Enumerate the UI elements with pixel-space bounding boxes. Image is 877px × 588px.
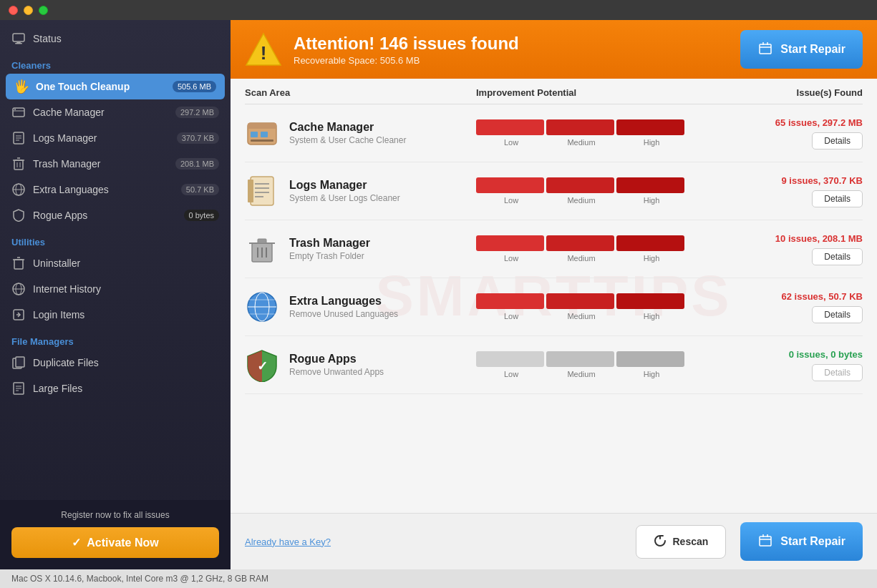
monitor-icon bbox=[11, 31, 26, 46]
trash-bar-low bbox=[476, 235, 544, 251]
col-improvement: Improvement Potential bbox=[476, 87, 705, 98]
sidebar-item-large-label: Large Files bbox=[33, 383, 219, 394]
trash-row-icon bbox=[245, 232, 279, 266]
sidebar-item-uninstaller[interactable]: Uninstaller bbox=[0, 250, 231, 276]
start-repair-button-bottom[interactable]: Start Repair bbox=[740, 522, 863, 561]
sidebar-item-languages-label: Extra Languages bbox=[33, 184, 174, 195]
trash-bar-med bbox=[546, 235, 614, 251]
languages-label-high: High bbox=[616, 312, 687, 320]
languages-issues-text: 62 issues, 50.7 KB bbox=[782, 291, 863, 302]
rogue-row-name: Rogue Apps bbox=[289, 353, 384, 366]
start-repair-label-top: Start Repair bbox=[780, 43, 845, 56]
rescan-button[interactable]: Rescan bbox=[636, 525, 726, 559]
rogue-badge: 0 bytes bbox=[184, 210, 219, 221]
languages-row-name: Extra Languages bbox=[289, 295, 398, 308]
languages-item-info: Extra Languages Remove Unused Languages bbox=[245, 290, 476, 324]
rogue-item-info: ✓ Rogue Apps Remove Unwanted Apps bbox=[245, 348, 476, 382]
sidebar-item-cache[interactable]: Cache Manager 297.2 MB bbox=[0, 99, 231, 125]
sidebar-item-cache-label: Cache Manager bbox=[33, 107, 168, 118]
already-have-key-link[interactable]: Already have a Key? bbox=[245, 536, 621, 547]
svg-rect-27 bbox=[16, 357, 24, 367]
svg-rect-43 bbox=[251, 177, 273, 205]
start-repair-button-top[interactable]: Start Repair bbox=[740, 30, 863, 69]
repair-icon-top bbox=[757, 40, 773, 59]
rogue-label-med: Medium bbox=[546, 370, 616, 378]
sidebar-section-utilities: Utilities bbox=[0, 228, 231, 250]
sidebar-section-file-managers: File Managers bbox=[0, 328, 231, 350]
cache-issues-found: 65 issues, 297.2 MB Details bbox=[705, 117, 863, 150]
languages-details-button[interactable]: Details bbox=[812, 306, 863, 323]
alert-banner: ! Attention! 146 issues found Recoverabl… bbox=[231, 20, 877, 79]
svg-rect-51 bbox=[258, 239, 266, 243]
sidebar-item-languages[interactable]: Extra Languages 50.7 KB bbox=[0, 177, 231, 202]
bottom-bar: Already have a Key? Rescan bbox=[231, 513, 877, 569]
table-area: SMARTTIPS Scan Area Improvement Potentia… bbox=[231, 79, 877, 513]
svg-rect-18 bbox=[14, 260, 23, 269]
logs-progress: Low Medium High bbox=[476, 177, 705, 205]
cache-badge: 297.2 MB bbox=[175, 107, 219, 118]
rogue-progress: Low Medium High bbox=[476, 351, 705, 378]
svg-rect-34 bbox=[760, 44, 771, 54]
minimize-button[interactable] bbox=[24, 6, 33, 15]
logs-item-info: Logs Manager System & User Logs Cleaner bbox=[245, 174, 476, 208]
rogue-details-button[interactable]: Details bbox=[812, 364, 863, 381]
alert-title: Attention! 146 issues found bbox=[294, 34, 729, 54]
trash-issues-text: 10 issues, 208.1 MB bbox=[775, 233, 863, 244]
table-row-logs: Logs Manager System & User Logs Cleaner … bbox=[245, 162, 863, 220]
logs-issues-text: 9 issues, 370.7 KB bbox=[782, 175, 863, 186]
sidebar-item-one-touch[interactable]: 🖐 One Touch Cleanup 505.6 MB bbox=[6, 74, 225, 99]
globe2-icon bbox=[11, 282, 26, 296]
trash-details-button[interactable]: Details bbox=[812, 248, 863, 265]
svg-rect-0 bbox=[13, 34, 24, 41]
svg-rect-40 bbox=[251, 132, 258, 137]
languages-bar-med bbox=[546, 293, 614, 309]
one-touch-badge: 505.6 MB bbox=[173, 81, 216, 92]
sidebar-item-large[interactable]: Large Files bbox=[0, 376, 231, 401]
cache-details-button[interactable]: Details bbox=[812, 132, 863, 150]
logs-details-button[interactable]: Details bbox=[812, 190, 863, 207]
repair-icon-bottom bbox=[757, 532, 773, 551]
alert-text: Attention! 146 issues found Recoverable … bbox=[294, 34, 729, 66]
svg-text:!: ! bbox=[261, 42, 267, 64]
hand-icon: 🖐 bbox=[14, 79, 29, 94]
files-icon bbox=[11, 356, 26, 370]
rogue-label-high: High bbox=[616, 370, 687, 378]
sidebar-item-login[interactable]: Login Items bbox=[0, 302, 231, 328]
sidebar-item-internet[interactable]: Internet History bbox=[0, 276, 231, 302]
close-button[interactable] bbox=[9, 6, 18, 15]
trash-item-info: Trash Manager Empty Trash Folder bbox=[245, 232, 476, 266]
sidebar-item-status[interactable]: Status bbox=[0, 26, 231, 52]
rogue-row-desc: Remove Unwanted Apps bbox=[289, 367, 384, 377]
trash-label-high: High bbox=[616, 254, 687, 263]
rescan-icon bbox=[654, 534, 667, 549]
maximize-button[interactable] bbox=[39, 6, 48, 15]
trash-row-desc: Empty Trash Folder bbox=[289, 251, 370, 261]
main-content: ! Attention! 146 issues found Recoverabl… bbox=[231, 20, 877, 569]
trash-label-low: Low bbox=[476, 254, 546, 263]
rogue-bar-med bbox=[546, 351, 614, 367]
sidebar-item-logs[interactable]: Logs Manager 370.7 KB bbox=[0, 125, 231, 151]
cache-issues-text: 65 issues, 297.2 MB bbox=[775, 117, 863, 128]
table-header: Scan Area Improvement Potential Issue(s)… bbox=[245, 79, 863, 104]
svg-rect-41 bbox=[261, 132, 268, 137]
sidebar-content: Status Cleaners 🖐 One Touch Cleanup 505.… bbox=[0, 20, 231, 500]
activate-button[interactable]: ✓ Activate Now bbox=[11, 527, 219, 558]
sidebar-item-login-label: Login Items bbox=[33, 309, 219, 320]
svg-rect-61 bbox=[760, 536, 771, 546]
cache-bar-low bbox=[476, 119, 544, 135]
start-repair-label-bottom: Start Repair bbox=[780, 535, 845, 548]
sidebar-item-duplicate[interactable]: Duplicate Files bbox=[0, 350, 231, 376]
rogue-issues-text: 0 issues, 0 bytes bbox=[789, 349, 863, 360]
activate-label: Activate Now bbox=[87, 536, 158, 549]
status-bar: Mac OS X 10.14.6, Macbook, Intel Core m3… bbox=[0, 569, 877, 588]
trash-row-name: Trash Manager bbox=[289, 237, 370, 250]
svg-rect-48 bbox=[248, 180, 253, 202]
logs-issues-found: 9 issues, 370.7 KB Details bbox=[705, 175, 863, 207]
logs-bar-high bbox=[616, 177, 684, 193]
sidebar-item-one-touch-label: One Touch Cleanup bbox=[36, 81, 165, 92]
titlebar bbox=[0, 0, 877, 20]
logs-bar-med bbox=[546, 177, 614, 193]
cache-label-high: High bbox=[616, 138, 687, 147]
sidebar-item-rogue[interactable]: Rogue Apps 0 bytes bbox=[0, 202, 231, 228]
sidebar-item-trash[interactable]: Trash Manager 208.1 MB bbox=[0, 151, 231, 177]
